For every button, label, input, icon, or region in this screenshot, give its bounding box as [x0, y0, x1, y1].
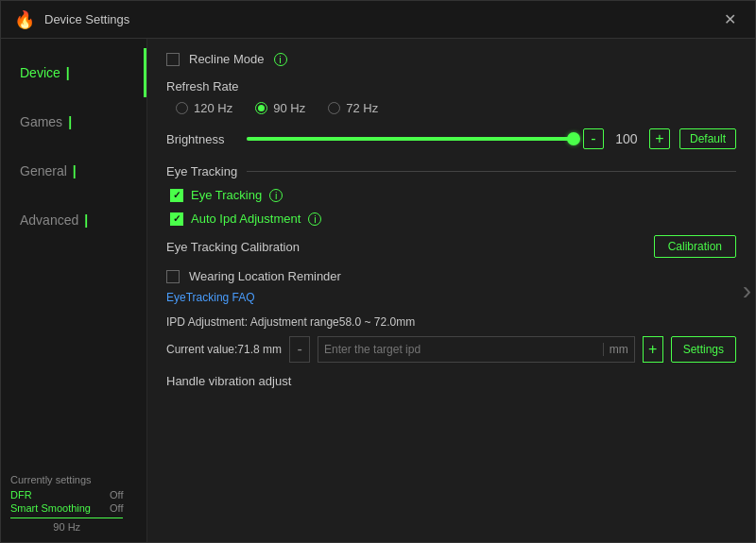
radio-circle-72 [328, 102, 340, 114]
dfr-key: DFR [10, 489, 32, 501]
right-arrow-icon[interactable]: › [739, 266, 755, 315]
refresh-rate-group: 120 Hz 90 Hz 72 Hz [176, 101, 736, 115]
smart-smoothing-key: Smart Smoothing [10, 502, 91, 514]
eye-tracking-check-row: Eye Tracking i [170, 188, 736, 202]
recline-mode-row: Recline Mode i [166, 52, 736, 66]
sidebar-item-games-label: Games [20, 114, 62, 129]
radio-72hz[interactable]: 72 Hz [328, 101, 378, 115]
ipd-settings-button[interactable]: Settings [671, 336, 736, 363]
sidebar-bottom: Currently settings DFR Off Smart Smoothi… [10, 474, 123, 533]
radio-circle-90 [255, 102, 267, 114]
brightness-row: Brightness - 100 + Default [166, 128, 736, 149]
refresh-rate-title: Refresh Rate [166, 79, 736, 93]
sidebar-item-advanced-label: Advanced [20, 212, 78, 228]
sidebar-item-games[interactable]: Games | [1, 97, 146, 146]
wearing-location-checkbox[interactable] [166, 270, 180, 283]
brightness-plus-button[interactable]: + [649, 128, 670, 149]
calibration-label: Eye Tracking Calibration [166, 240, 300, 254]
ipd-row: Current value:71.8 mm - mm + Settings [166, 336, 736, 363]
eye-tracking-info-icon[interactable]: i [269, 189, 283, 202]
sidebar-item-general[interactable]: General | [1, 146, 146, 195]
dfr-value: Off [110, 489, 123, 501]
recline-mode-checkbox[interactable] [166, 53, 180, 66]
sidebar-item-device-label: Device [20, 65, 60, 80]
handle-vibration-title: Handle vibration adjust [166, 374, 736, 388]
recline-mode-label: Recline Mode [189, 52, 265, 66]
auto-ipd-checkbox-label: Auto Ipd Adjustment [191, 212, 301, 226]
brightness-slider[interactable] [247, 137, 574, 141]
fire-icon: 🔥 [14, 9, 35, 30]
auto-ipd-info-icon[interactable]: i [308, 212, 321, 226]
games-pipe: | [68, 114, 72, 129]
eye-tracking-checkbox-label: Eye Tracking [191, 188, 262, 202]
title-bar: 🔥 Device Settings ✕ [1, 1, 755, 39]
general-pipe: | [73, 163, 77, 178]
dfr-row: DFR Off [10, 489, 123, 501]
eye-tracking-section-label: Eye Tracking [166, 164, 237, 178]
brightness-label: Brightness [166, 132, 237, 146]
wearing-location-label: Wearing Location Reminder [189, 269, 341, 283]
sidebar: Device | Games | General | Advanced | Cu… [1, 39, 147, 542]
recline-mode-info-icon[interactable]: i [274, 53, 287, 66]
calibration-button[interactable]: Calibration [654, 235, 736, 258]
currently-settings-label: Currently settings [10, 474, 123, 485]
device-pipe: | [66, 65, 70, 80]
ipd-plus-button[interactable]: + [643, 336, 663, 363]
brightness-default-button[interactable]: Default [679, 128, 736, 149]
calibration-row: Eye Tracking Calibration Calibration [166, 235, 736, 258]
brightness-minus-button[interactable]: - [583, 128, 604, 149]
eye-tracking-divider-line [247, 171, 736, 172]
eye-tracking-divider: Eye Tracking [166, 164, 736, 178]
radio-label-90: 90 Hz [273, 101, 305, 115]
ipd-unit: mm [603, 343, 634, 356]
auto-ipd-checkbox[interactable] [170, 212, 183, 226]
radio-label-72: 72 Hz [346, 101, 378, 115]
close-button[interactable]: ✕ [718, 8, 742, 30]
radio-120hz[interactable]: 120 Hz [176, 101, 232, 115]
ipd-minus-button[interactable]: - [289, 336, 310, 363]
ipd-input[interactable] [318, 343, 603, 356]
brightness-fill [247, 137, 574, 141]
sidebar-item-general-label: General [20, 163, 67, 178]
wearing-location-row: Wearing Location Reminder [166, 269, 736, 283]
main-panel: Recline Mode i Refresh Rate 120 Hz 90 Hz… [147, 39, 755, 542]
brightness-value: 100 [613, 131, 640, 146]
ipd-input-wrap: mm [318, 336, 635, 363]
sidebar-item-advanced[interactable]: Advanced | [1, 195, 146, 245]
window-title: Device Settings [44, 12, 129, 26]
main-content: Device | Games | General | Advanced | Cu… [1, 39, 755, 542]
device-settings-window: 🔥 Device Settings ✕ Device | Games | Gen… [0, 0, 756, 543]
smart-smoothing-row: Smart Smoothing Off [10, 502, 123, 514]
auto-ipd-check-row: Auto Ipd Adjustment i [170, 212, 736, 226]
faq-link[interactable]: EyeTracking FAQ [166, 291, 736, 304]
ipd-title: IPD Adjustment: Adjustment range58.0 ~ 7… [166, 315, 736, 329]
brightness-thumb [567, 132, 580, 145]
eye-tracking-checkbox[interactable] [170, 189, 183, 202]
hz-display: 90 Hz [10, 518, 123, 533]
title-bar-left: 🔥 Device Settings [14, 9, 129, 30]
smart-smoothing-value: Off [110, 502, 123, 514]
radio-label-120: 120 Hz [194, 101, 232, 115]
ipd-current-label: Current value:71.8 mm [166, 343, 282, 356]
sidebar-item-device[interactable]: Device | [1, 48, 146, 97]
radio-circle-120 [176, 102, 188, 114]
radio-90hz[interactable]: 90 Hz [255, 101, 305, 115]
advanced-pipe: | [84, 212, 88, 228]
